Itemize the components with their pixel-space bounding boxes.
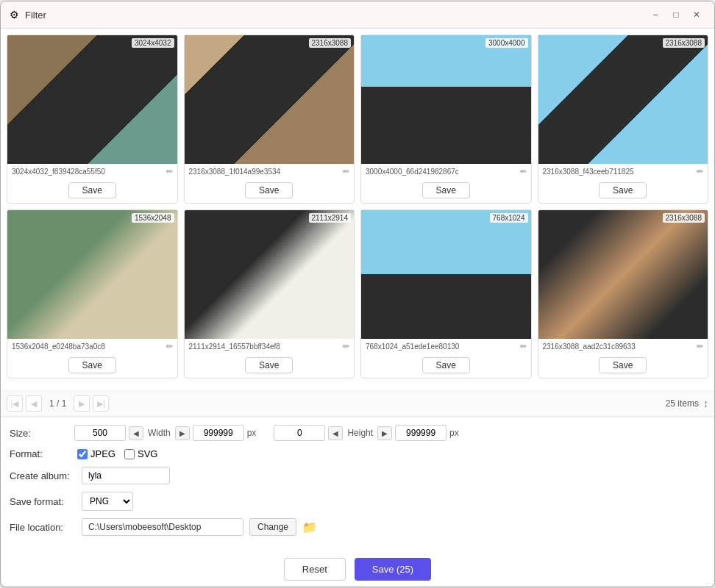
height-left-arrow[interactable]: ◀ xyxy=(328,426,343,440)
window-title: Filter xyxy=(25,10,46,21)
edit-icon[interactable]: ✏ xyxy=(343,342,349,351)
page-info: 1 / 1 xyxy=(45,398,71,409)
edit-icon[interactable]: ✏ xyxy=(697,167,703,176)
dimensions-badge: 768x1024 xyxy=(490,213,528,223)
image-filename: 768x1024_a51ede1ee80130 xyxy=(366,343,517,351)
dimensions-badge: 3000x4000 xyxy=(485,38,528,48)
save-btn-area: Save xyxy=(185,179,355,203)
image-card: 2316x3088 2316x3088_aad2c31c89633 ✏ Save xyxy=(538,209,709,379)
width-left-arrow[interactable]: ◀ xyxy=(129,426,143,440)
image-save-button[interactable]: Save xyxy=(599,357,647,373)
dimensions-badge: 2316x3088 xyxy=(663,213,705,223)
file-location-input[interactable] xyxy=(82,518,243,536)
image-filename: 1536x2048_e0248ba73a0c8 xyxy=(12,343,163,351)
svg-checkbox[interactable] xyxy=(124,449,135,459)
format-label: Format: xyxy=(10,448,68,459)
width-input[interactable] xyxy=(74,425,126,441)
jpeg-checkbox[interactable] xyxy=(77,449,88,459)
image-grid: 3024x4032 3024x4032_f839428ca55f50 ✏ Sav… xyxy=(7,35,708,379)
height-right-arrow[interactable]: ▶ xyxy=(377,426,392,440)
dimensions-badge: 2111x2914 xyxy=(309,213,352,223)
edit-icon[interactable]: ✏ xyxy=(697,342,703,351)
image-save-button[interactable]: Save xyxy=(68,357,116,373)
image-filename: 2111x2914_16557bbff34ef8 xyxy=(189,343,341,351)
image-save-button[interactable]: Save xyxy=(245,357,293,373)
image-filename: 2316x3088_aad2c31c89633 xyxy=(543,343,694,351)
image-thumb: 2316x3088 xyxy=(538,35,708,164)
image-info: 3000x4000_66d241982867c ✏ xyxy=(361,164,531,179)
size-label: Size: xyxy=(10,428,68,439)
photo-bg xyxy=(361,210,531,339)
album-row: Create album: xyxy=(10,467,705,484)
image-card: 2316x3088 2316x3088_f43ceeb711825 ✏ Save xyxy=(538,35,709,204)
change-button[interactable]: Change xyxy=(249,518,296,536)
next-page-button[interactable]: ▶ xyxy=(74,395,90,412)
save-format-row: Save format: PNG JPEG WEBP xyxy=(10,492,705,511)
image-thumb: 768x1024 xyxy=(361,210,531,339)
save-format-select[interactable]: PNG JPEG WEBP xyxy=(82,492,133,511)
save-btn-area: Save xyxy=(185,354,355,378)
edit-icon[interactable]: ✏ xyxy=(166,342,173,351)
maximize-button[interactable]: □ xyxy=(667,7,685,22)
photo-bg xyxy=(538,35,708,164)
image-card: 3000x4000 3000x4000_66d241982867c ✏ Save xyxy=(360,35,532,204)
sort-icon[interactable]: ↕ xyxy=(703,398,708,409)
height-max-input[interactable] xyxy=(395,425,447,441)
save-btn-area: Save xyxy=(361,179,531,203)
edit-icon[interactable]: ✏ xyxy=(520,167,527,176)
image-info: 2316x3088_1f014a99e3534 ✏ xyxy=(185,164,355,179)
items-info: 25 items ↕ xyxy=(666,398,708,409)
titlebar-left: ⚙ Filter xyxy=(10,9,46,21)
titlebar: ⚙ Filter − □ ✕ xyxy=(1,1,714,29)
filter-section: Size: ◀ Width ▶ px ◀ Height ▶ px Format: xyxy=(1,417,714,551)
image-filename: 3000x4000_66d241982867c xyxy=(366,168,517,176)
image-save-button[interactable]: Save xyxy=(245,182,293,198)
dimensions-badge: 3024x4032 xyxy=(132,38,174,48)
photo-bg xyxy=(185,35,355,164)
last-page-button[interactable]: ▶| xyxy=(93,395,109,412)
height-px: px xyxy=(449,428,459,438)
image-card: 2111x2914 2111x2914_16557bbff34ef8 ✏ Sav… xyxy=(184,209,355,379)
jpeg-checkbox-label[interactable]: JPEG xyxy=(77,448,115,459)
image-thumb: 2316x3088 xyxy=(185,35,355,164)
edit-icon[interactable]: ✏ xyxy=(166,167,173,176)
edit-icon[interactable]: ✏ xyxy=(343,167,349,176)
image-info: 2111x2914_16557bbff34ef8 ✏ xyxy=(185,339,355,354)
save-all-button[interactable]: Save (25) xyxy=(355,558,431,581)
width-max-input[interactable] xyxy=(193,425,244,441)
image-thumb: 2111x2914 xyxy=(185,210,355,339)
photo-bg xyxy=(538,210,708,339)
prev-page-button[interactable]: ◀ xyxy=(26,395,42,412)
main-window: ⚙ Filter − □ ✕ 3024x4032 3024x4032_f8394… xyxy=(0,1,715,587)
save-format-label: Save format: xyxy=(10,496,76,507)
photo-bg xyxy=(185,210,355,339)
width-right-arrow[interactable]: ▶ xyxy=(175,426,190,440)
first-page-button[interactable]: |◀ xyxy=(7,395,23,412)
dimensions-badge: 1536x2048 xyxy=(132,213,174,223)
close-button[interactable]: ✕ xyxy=(688,7,705,22)
image-save-button[interactable]: Save xyxy=(422,357,470,373)
jpeg-label: JPEG xyxy=(90,448,115,459)
width-label: Width xyxy=(146,428,172,438)
album-input[interactable] xyxy=(82,467,170,484)
image-filename: 2316x3088_f43ceeb711825 xyxy=(543,168,694,176)
reset-button[interactable]: Reset xyxy=(284,558,346,581)
album-label: Create album: xyxy=(10,470,76,481)
image-info: 768x1024_a51ede1ee80130 ✏ xyxy=(361,339,531,354)
image-card: 2316x3088 2316x3088_1f014a99e3534 ✏ Save xyxy=(184,35,355,204)
minimize-button[interactable]: − xyxy=(647,7,664,22)
image-info: 2316x3088_aad2c31c89633 ✏ xyxy=(538,339,708,354)
items-count: 25 items xyxy=(666,398,699,409)
edit-icon[interactable]: ✏ xyxy=(520,342,527,351)
image-save-button[interactable]: Save xyxy=(422,182,470,198)
image-info: 1536x2048_e0248ba73a0c8 ✏ xyxy=(7,339,177,354)
height-input[interactable] xyxy=(274,425,325,441)
folder-icon[interactable]: 📁 xyxy=(302,520,317,534)
image-thumb: 3000x4000 xyxy=(361,35,531,164)
image-thumb: 3024x4032 xyxy=(7,35,177,164)
image-save-button[interactable]: Save xyxy=(68,182,116,198)
image-filename: 2316x3088_1f014a99e3534 xyxy=(189,168,341,176)
image-save-button[interactable]: Save xyxy=(599,182,647,198)
width-px: px xyxy=(247,428,257,438)
svg-checkbox-label[interactable]: SVG xyxy=(124,448,157,459)
